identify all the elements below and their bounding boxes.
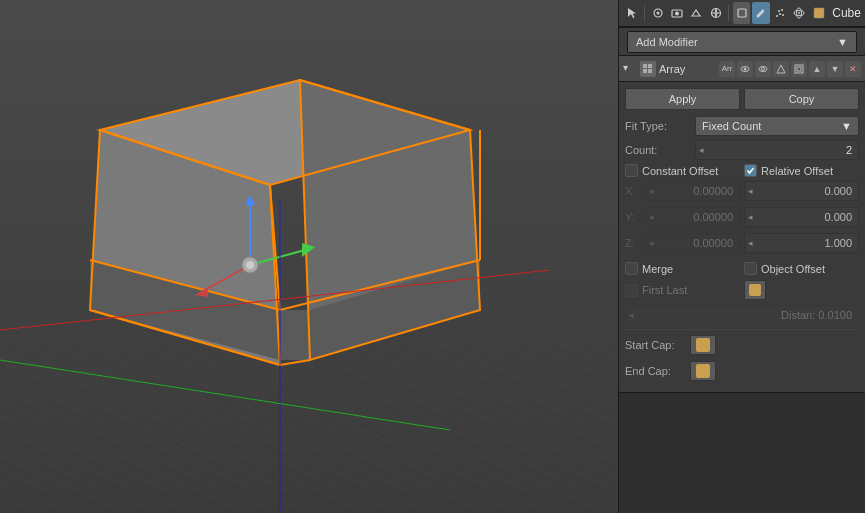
modifier-content: Apply Copy Fit Type: Fixed Count ▼ Count… (619, 82, 865, 392)
rel-y-field[interactable]: ◂ 0.000 (744, 207, 859, 227)
modifier-array-block: ▾ Array Arr (619, 56, 865, 393)
fit-type-row: Fit Type: Fixed Count ▼ (625, 116, 859, 136)
const-x-arrow: ◂ (649, 186, 654, 196)
svg-point-1 (656, 12, 659, 15)
object-offset-group: Object Offset (744, 262, 859, 275)
first-last-group: First Last (625, 284, 740, 297)
start-cap-row: Start Cap: (625, 334, 859, 356)
physics-icon[interactable] (791, 2, 808, 24)
distance-arrow: ◂ (629, 310, 634, 320)
const-y-arrow: ◂ (649, 212, 654, 222)
svg-point-10 (781, 9, 783, 11)
svg-rect-25 (797, 67, 801, 71)
constant-offset-group: Constant Offset (625, 164, 740, 177)
svg-rect-6 (738, 9, 746, 17)
viewport-visibility-icon[interactable] (755, 61, 771, 77)
viewport[interactable] (0, 0, 618, 513)
add-modifier-dropdown[interactable]: Add Modifier ▼ (627, 31, 857, 53)
svg-point-3 (675, 12, 679, 16)
relative-offset-checkbox[interactable] (744, 164, 757, 177)
const-y-value: 0.00000 (693, 211, 733, 223)
cage-icon[interactable] (791, 61, 807, 77)
distance-field[interactable]: ◂ Distan: 0.0100 (625, 305, 859, 325)
modifier-header: ▾ Array Arr (619, 56, 865, 82)
render-visibility-icon[interactable] (737, 61, 753, 77)
merge-label: Merge (642, 263, 673, 275)
cursor-icon[interactable] (623, 2, 640, 24)
apply-copy-row: Apply Copy (625, 88, 859, 110)
rel-z-value: 1.000 (824, 237, 852, 249)
fit-type-arrow: ▼ (841, 120, 852, 132)
fit-type-dropdown[interactable]: Fixed Count ▼ (695, 116, 859, 136)
arr-button[interactable]: Arr (719, 61, 735, 77)
relative-offset-group: Relative Offset (744, 164, 859, 177)
z-label-const: Z: (625, 237, 645, 249)
rel-x-field[interactable]: ◂ 0.000 (744, 181, 859, 201)
modifier-name: Array (659, 63, 716, 75)
modifier-icon[interactable] (752, 2, 769, 24)
rel-x-value: 0.000 (824, 185, 852, 197)
svg-point-9 (778, 10, 780, 12)
constant-offset-label: Constant Offset (642, 165, 718, 177)
svg-rect-17 (648, 64, 652, 68)
properties-panel: Cube Add Modifier ▼ ▾ Array Arr (618, 0, 865, 513)
mesh-icon[interactable] (649, 2, 666, 24)
object-icon[interactable] (733, 2, 750, 24)
copy-button[interactable]: Copy (744, 88, 859, 110)
end-cap-row: End Cap: (625, 360, 859, 382)
const-y-field[interactable]: ◂ 0.00000 (645, 207, 740, 227)
object-offset-icon-slot[interactable] (744, 280, 766, 300)
object-offset-label: Object Offset (761, 263, 825, 275)
add-modifier-label: Add Modifier (636, 36, 698, 48)
world-icon[interactable] (707, 2, 724, 24)
object-offset-checkbox[interactable] (744, 262, 757, 275)
add-modifier-row: Add Modifier ▼ (619, 28, 865, 56)
object-type-icon (812, 4, 826, 22)
fit-type-label: Fit Type: (625, 120, 695, 132)
end-cap-label: End Cap: (625, 365, 690, 377)
modifier-header-icons: Arr ▲ ▼ (719, 61, 861, 77)
separator (644, 5, 645, 21)
svg-point-11 (782, 14, 784, 16)
const-z-field[interactable]: ◂ 0.00000 (645, 233, 740, 253)
const-x-value: 0.00000 (693, 185, 733, 197)
start-cap-icon (696, 338, 710, 352)
const-x-field[interactable]: ◂ 0.00000 (645, 181, 740, 201)
svg-rect-18 (643, 69, 647, 73)
first-last-checkbox[interactable] (625, 284, 638, 297)
object-name: Cube (832, 6, 861, 20)
render-icon[interactable] (668, 2, 685, 24)
end-cap-slot[interactable] (690, 361, 716, 381)
svg-point-23 (762, 67, 765, 70)
const-z-row: Z: ◂ 0.00000 (625, 233, 740, 253)
apply-button[interactable]: Apply (625, 88, 740, 110)
const-y-row: Y: ◂ 0.00000 (625, 207, 740, 227)
delete-modifier-icon[interactable]: ✕ (845, 61, 861, 77)
svg-rect-24 (795, 65, 803, 73)
rel-y-arrow: ◂ (748, 212, 753, 222)
array-modifier-icon (640, 61, 656, 77)
rel-x-row: ◂ 0.000 (744, 181, 859, 201)
particles-icon[interactable] (772, 2, 789, 24)
move-up-icon[interactable]: ▲ (809, 61, 825, 77)
svg-point-7 (776, 15, 778, 17)
move-down-icon[interactable]: ▼ (827, 61, 843, 77)
x-label-const: X: (625, 185, 645, 197)
rel-z-field[interactable]: ◂ 1.000 (744, 233, 859, 253)
modifier-collapse-icon[interactable]: ▾ (623, 62, 637, 76)
add-modifier-chevron: ▼ (837, 36, 848, 48)
separator2 (728, 5, 729, 21)
svg-point-21 (744, 67, 747, 70)
merge-group: Merge (625, 262, 740, 275)
y-label-const: Y: (625, 211, 645, 223)
edit-mode-icon[interactable] (773, 61, 789, 77)
constant-offset-checkbox[interactable] (625, 164, 638, 177)
count-field[interactable]: ◂ 2 (695, 140, 859, 160)
count-value: 2 (846, 144, 852, 156)
start-cap-slot[interactable] (690, 335, 716, 355)
scene-icon[interactable] (688, 2, 705, 24)
distance-row: ◂ Distan: 0.0100 (625, 305, 859, 325)
object-offset-slot (744, 279, 859, 301)
const-x-row: X: ◂ 0.00000 (625, 181, 740, 201)
merge-checkbox[interactable] (625, 262, 638, 275)
